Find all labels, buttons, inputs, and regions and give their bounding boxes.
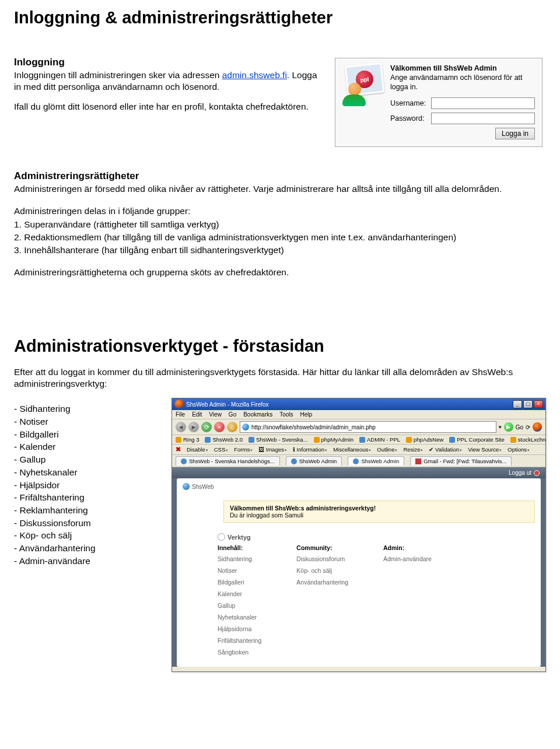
bookmark-item[interactable]: ShsWeb - Svenska... — [249, 436, 308, 443]
bookmark-favicon-icon — [176, 437, 181, 443]
bookmark-item[interactable]: PPL Corporate Site — [449, 436, 505, 443]
devtool-item[interactable]: 🖼 Images — [258, 446, 287, 453]
tab[interactable]: Gmail - Fwd: [Fwd: Tilausvahvis... — [410, 456, 512, 466]
text: Inloggningen till administreringen sker … — [14, 70, 222, 80]
password-input[interactable] — [431, 113, 535, 124]
bookmark-label: Ring 3 — [183, 436, 199, 443]
admin-link[interactable]: admin.shsweb.fi — [222, 70, 287, 80]
username-input[interactable] — [431, 97, 535, 109]
tool-link[interactable]: Nyhetskanaler — [218, 612, 261, 624]
menu-item[interactable]: View — [209, 411, 222, 418]
maximize-button[interactable]: ▢ — [523, 400, 533, 408]
tool-link[interactable]: Frifältshantering — [218, 635, 261, 647]
home-button[interactable]: ⌂ — [227, 422, 237, 432]
tool-link[interactable]: Köp- och sälj — [296, 565, 348, 577]
menu-item[interactable]: Edit — [192, 411, 202, 418]
bookmark-item[interactable]: ADMIN - PPL — [359, 436, 400, 443]
bookmark-label: ShsWeb - Svenska... — [256, 436, 308, 443]
welcome-title: Välkommen till ShsWeb:s administreringsv… — [230, 505, 528, 512]
url-dropdown-icon[interactable]: ▾ — [499, 424, 502, 430]
bookmark-item[interactable]: phpAdsNew — [406, 436, 443, 443]
devtool-item[interactable]: Disable — [187, 446, 208, 453]
devtool-icon: ℹ — [293, 446, 295, 453]
tab-active[interactable]: ShsWeb Admin — [348, 456, 404, 466]
firefox-icon — [174, 400, 184, 409]
forward-button[interactable]: ► — [188, 422, 199, 432]
bookmark-label: ADMIN - PPL — [367, 436, 400, 443]
tool-link[interactable]: Gallup — [218, 600, 261, 612]
devtool-item[interactable]: Miscellaneous — [333, 446, 371, 453]
logout-link[interactable]: Logga ut — [509, 470, 540, 476]
devtools-bar: ✖ Disable CSSForms🖼 Imagesℹ InformationM… — [172, 444, 545, 455]
devtool-item[interactable]: Resize — [403, 446, 423, 453]
page-title: Inloggning & administreringsrättigheter — [14, 8, 546, 27]
logout-icon — [534, 470, 540, 476]
devtool-item[interactable]: ✔ Validation — [429, 446, 462, 453]
devtool-item[interactable]: Forms — [234, 446, 253, 453]
tool-link[interactable]: Kalender — [218, 589, 261, 600]
tool-list: SidhanteringNotiserBildgalleriKalenderGa… — [14, 402, 159, 567]
tab[interactable]: ShsWeb - Svenska Handelshögs... — [176, 456, 280, 466]
bookmark-favicon-icon — [359, 437, 365, 443]
menu-item[interactable]: Go — [229, 411, 236, 418]
tab[interactable]: ShsWeb Admin — [286, 456, 342, 466]
menu-item[interactable]: Help — [300, 411, 313, 418]
list-item: Hjälpsidor — [14, 479, 159, 492]
tools-icon — [218, 533, 225, 541]
close-button[interactable]: × — [534, 400, 543, 408]
bookmark-item[interactable]: Ring 3 — [176, 436, 199, 443]
password-label: Password: — [390, 114, 428, 123]
menu-item[interactable]: File — [176, 411, 185, 418]
minimize-button[interactable]: _ — [513, 400, 522, 408]
stop-button[interactable]: × — [214, 422, 225, 432]
paragraph: Administreringsrättigheterna och grupper… — [14, 267, 546, 278]
tool-link[interactable]: Diskussionsforum — [296, 554, 348, 565]
brand-label: ShsWeb — [192, 484, 214, 490]
subheading-login: Inloggning — [14, 57, 323, 68]
tool-link[interactable]: Bildgalleri — [218, 577, 261, 589]
login-desc: Ange användarnamn och lösenord för att l… — [390, 74, 535, 92]
username-label: Username: — [390, 99, 428, 107]
devtool-icon: ✔ — [429, 446, 433, 453]
login-button[interactable]: Logga in — [495, 128, 535, 139]
menu-item[interactable]: Bookmarks — [243, 411, 272, 418]
bookmark-item[interactable]: phpMyAdmin — [314, 436, 354, 443]
tool-link[interactable]: Sångboken — [218, 647, 261, 659]
firefox-throbber-icon — [533, 422, 542, 432]
favicon-icon — [291, 459, 297, 464]
reload-button[interactable]: ⟳ — [201, 422, 212, 432]
devtool-item[interactable]: Outline — [377, 446, 397, 453]
brand-icon — [183, 483, 190, 490]
list-item: 2. Redaktionsmedlem (har tillgång till d… — [14, 232, 546, 243]
bookmark-toggle-icon[interactable]: ⟳ — [526, 424, 530, 430]
window-titlebar: ShsWeb Admin - Mozilla Firefox _ ▢ × — [172, 398, 545, 410]
tool-link[interactable]: Notiser — [218, 565, 261, 577]
menu-bar: FileEditViewGoBookmarksToolsHelp — [172, 410, 545, 419]
devtool-item[interactable]: ℹ Information — [293, 446, 327, 453]
person-icon — [342, 83, 368, 106]
bookmark-item[interactable]: stockLxchng - free p... — [510, 436, 545, 443]
list-item: Sidhantering — [14, 402, 159, 415]
list-item: Admin-användare — [14, 555, 159, 568]
tool-link[interactable]: Användarhantering — [296, 577, 348, 589]
devtool-item[interactable]: Options — [508, 446, 530, 453]
go-button[interactable]: ▶ — [504, 422, 513, 432]
back-button[interactable]: ◄ — [176, 422, 186, 432]
col-head-innehall: Innehåll: — [218, 544, 261, 551]
list-item: Användarhantering — [14, 542, 159, 555]
list-item: 1. Superanvändare (rättigheter till samt… — [14, 219, 546, 230]
devtool-item[interactable]: View Source — [468, 446, 502, 453]
go-label: Go — [516, 424, 523, 430]
bookmark-label: ShsWeb 2.0 — [212, 436, 243, 443]
address-bar[interactable]: http://snowflake/shsweb/admin/admin_main… — [240, 421, 496, 433]
col-head-community: Community: — [296, 544, 348, 551]
tool-link[interactable]: Hjälpsidorna — [218, 624, 261, 635]
bookmark-item[interactable]: ShsWeb 2.0 — [205, 436, 243, 443]
list-item: Frifältshantering — [14, 491, 159, 504]
paragraph: Inloggningen till administreringen sker … — [14, 69, 323, 93]
favicon-icon — [181, 459, 187, 464]
tool-link[interactable]: Admin-användare — [383, 554, 432, 565]
devtool-item[interactable]: CSS — [214, 446, 229, 453]
menu-item[interactable]: Tools — [279, 411, 293, 418]
tool-link[interactable]: Sidhantering — [218, 554, 261, 565]
